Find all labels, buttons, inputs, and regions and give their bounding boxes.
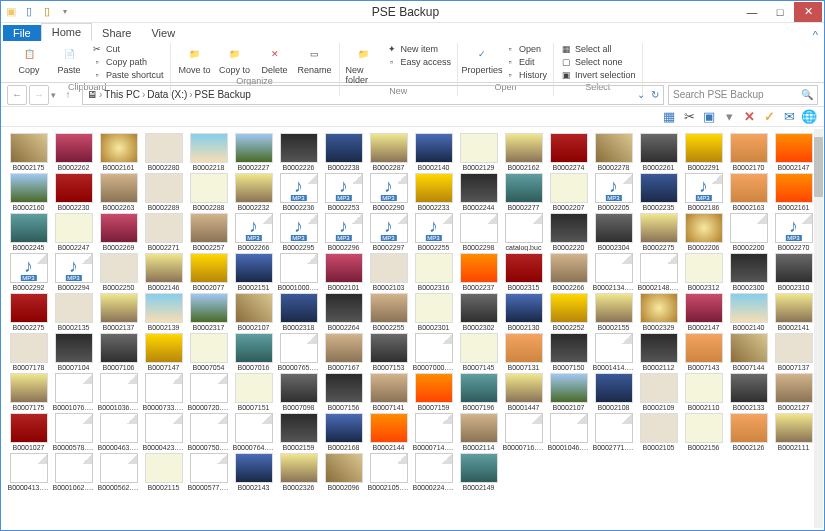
- file-item[interactable]: B0007144: [727, 333, 770, 371]
- file-item[interactable]: B0007159: [412, 373, 455, 411]
- easyaccess-button[interactable]: ▫Easy access: [386, 56, 452, 68]
- file-item[interactable]: B0002077: [187, 253, 230, 291]
- file-item[interactable]: B0007156: [322, 373, 365, 411]
- file-item[interactable]: B0002300: [727, 253, 770, 291]
- file-item[interactable]: B0002316: [412, 253, 455, 291]
- selectnone-button[interactable]: ▢Select none: [560, 56, 636, 68]
- file-item[interactable]: B0002318: [277, 293, 320, 331]
- file-item[interactable]: B0002155: [592, 293, 635, 331]
- maximize-button[interactable]: □: [766, 2, 794, 22]
- file-item[interactable]: B0002315: [502, 253, 545, 291]
- cut-button[interactable]: ✂Cut: [91, 43, 164, 55]
- copypath-button[interactable]: ▫Copy path: [91, 56, 164, 68]
- file-item[interactable]: B0002168: [322, 413, 365, 451]
- scrollbar-thumb[interactable]: [814, 137, 823, 197]
- file-item[interactable]: B0001447: [502, 373, 545, 411]
- file-item[interactable]: B0002126: [727, 413, 770, 451]
- file-item[interactable]: B0002134.cache: [592, 253, 635, 291]
- delete-button[interactable]: ✕Delete: [257, 43, 293, 75]
- file-item[interactable]: B0002266: [547, 253, 590, 291]
- file-item[interactable]: B0002301: [412, 293, 455, 331]
- file-item[interactable]: B0002147: [682, 293, 725, 331]
- file-item[interactable]: B0002137: [97, 293, 140, 331]
- file-item[interactable]: B0002160: [7, 173, 50, 211]
- file-item[interactable]: B0002207: [547, 173, 590, 211]
- file-item[interactable]: B0007167: [322, 333, 365, 371]
- file-item[interactable]: B0007147: [142, 333, 185, 371]
- qat-item[interactable]: ▯: [21, 4, 37, 20]
- file-item[interactable]: B0002146: [142, 253, 185, 291]
- file-item[interactable]: B0001000.cache: [277, 253, 320, 291]
- file-item[interactable]: ♪B0002270: [772, 213, 814, 251]
- tool-icon[interactable]: ▾: [722, 110, 736, 124]
- file-item[interactable]: B0002107: [232, 293, 275, 331]
- file-item[interactable]: B0000578.smp: [52, 413, 95, 451]
- file-item[interactable]: B0002109: [637, 373, 680, 411]
- crumb-thispc[interactable]: This PC: [104, 89, 140, 100]
- file-item[interactable]: B0002237: [457, 253, 500, 291]
- recent-dropdown[interactable]: ▾: [51, 90, 56, 100]
- file-item[interactable]: B0002326: [277, 453, 320, 491]
- file-item[interactable]: B0001027: [7, 413, 50, 451]
- file-item[interactable]: B0002156: [682, 413, 725, 451]
- file-item[interactable]: ♪B0002255: [412, 213, 455, 251]
- file-item[interactable]: B0002141: [772, 293, 814, 331]
- file-item[interactable]: B0002220: [547, 213, 590, 251]
- file-item[interactable]: B0007016: [232, 333, 275, 371]
- file-item[interactable]: B0002163: [727, 173, 770, 211]
- file-item[interactable]: B0002232: [232, 173, 275, 211]
- file-item[interactable]: catalog.buc: [502, 213, 545, 251]
- file-item[interactable]: B0007141: [367, 373, 410, 411]
- file-item[interactable]: B0002096: [322, 453, 365, 491]
- file-item[interactable]: B0002291: [682, 133, 725, 171]
- qat-item[interactable]: ▯: [39, 4, 55, 20]
- file-item[interactable]: B0000720.smp: [187, 373, 230, 411]
- file-item[interactable]: B0002261: [637, 133, 680, 171]
- file-item[interactable]: B0002271: [142, 213, 185, 251]
- file-item[interactable]: B0000413.smp: [7, 453, 50, 491]
- file-item[interactable]: B0002161: [772, 173, 814, 211]
- refresh-icon[interactable]: ↻: [651, 89, 659, 100]
- file-item[interactable]: B0007106: [97, 333, 140, 371]
- file-item[interactable]: B0002127: [772, 373, 814, 411]
- file-item[interactable]: B0002312: [682, 253, 725, 291]
- file-item[interactable]: B0007143: [682, 333, 725, 371]
- close-button[interactable]: ✕: [794, 2, 822, 22]
- file-item[interactable]: B0002111: [772, 413, 814, 451]
- file-item[interactable]: B0002235: [637, 173, 680, 211]
- file-item[interactable]: B0007153: [367, 333, 410, 371]
- file-item[interactable]: B0000562.smp: [97, 453, 140, 491]
- dropdown-icon[interactable]: ⌄: [637, 89, 645, 100]
- file-item[interactable]: B0002262: [52, 133, 95, 171]
- file-item[interactable]: B0002105.smp: [367, 453, 410, 491]
- file-item[interactable]: B0002275: [7, 293, 50, 331]
- file-item[interactable]: ♪B0002266: [232, 213, 275, 251]
- file-item[interactable]: B0002161: [97, 133, 140, 171]
- history-button[interactable]: ▫History: [504, 69, 547, 81]
- file-item[interactable]: B0002140: [412, 133, 455, 171]
- file-item[interactable]: B0002238: [322, 133, 365, 171]
- file-item[interactable]: B0007000.smp: [412, 333, 455, 371]
- moveto-button[interactable]: 📁Move to: [177, 43, 213, 75]
- file-item[interactable]: B0002250: [97, 253, 140, 291]
- file-item[interactable]: B0002302: [457, 293, 500, 331]
- file-item[interactable]: B0002129: [457, 133, 500, 171]
- file-item[interactable]: B0002310: [772, 253, 814, 291]
- file-item[interactable]: B0000423.smp: [142, 413, 185, 451]
- file-item[interactable]: B0002130: [502, 293, 545, 331]
- file-item[interactable]: B0002206: [682, 213, 725, 251]
- file-item[interactable]: ♪B0002205: [592, 173, 635, 211]
- file-item[interactable]: B0002114: [457, 413, 500, 451]
- file-item[interactable]: B0002304: [592, 213, 635, 251]
- file-item[interactable]: B0002245: [7, 213, 50, 251]
- tool-icon[interactable]: ▣: [702, 110, 716, 124]
- file-item[interactable]: B0001076.smp: [52, 373, 95, 411]
- file-item[interactable]: B0002317: [187, 293, 230, 331]
- file-item[interactable]: ♪B0002290: [367, 173, 410, 211]
- file-item[interactable]: B0007137: [772, 333, 814, 371]
- file-item[interactable]: B0002159: [277, 413, 320, 451]
- file-item[interactable]: ♪B0002186: [682, 173, 725, 211]
- file-item[interactable]: ♪B0002294: [52, 253, 95, 291]
- copyto-button[interactable]: 📁Copy to: [217, 43, 253, 75]
- file-item[interactable]: ♪B0002253: [322, 173, 365, 211]
